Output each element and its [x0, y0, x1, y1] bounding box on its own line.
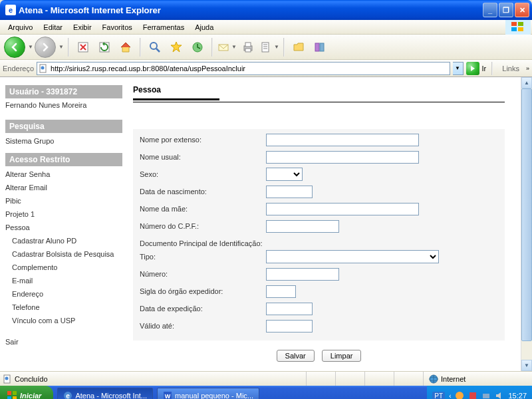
svg-rect-21	[7, 391, 11, 395]
main-panel: Pessoa Nome por extenso: Nome usual: Sex…	[122, 85, 515, 371]
label-data-exp: Data de expedição:	[140, 305, 266, 313]
title-underline-thin	[133, 102, 505, 102]
print-button[interactable]	[238, 37, 258, 57]
page-icon	[3, 374, 12, 384]
select-sexo[interactable]	[266, 168, 303, 181]
sidebar-endereco[interactable]: Endereço	[5, 287, 122, 301]
menu-editar[interactable]: Editar	[38, 22, 68, 33]
scroll-thumb[interactable]	[521, 88, 532, 341]
tray-chevron-icon[interactable]: ‹	[449, 392, 451, 400]
favorites-button[interactable]	[166, 37, 186, 57]
svg-rect-10	[245, 43, 251, 47]
folder-button[interactable]	[289, 37, 309, 57]
address-dropdown[interactable]: ▼	[453, 62, 464, 75]
sidebar-pibic[interactable]: Pibic	[5, 194, 122, 207]
input-sigla[interactable]	[266, 285, 296, 298]
minimize-button[interactable]: _	[483, 3, 497, 17]
svg-rect-11	[245, 49, 251, 52]
tray-volume-icon[interactable]	[495, 391, 504, 399]
internet-zone-icon	[429, 374, 438, 384]
label-nome-mae: Nome da mãe:	[140, 205, 266, 213]
scroll-up-button[interactable]: ▲	[521, 77, 532, 88]
sidebar-email[interactable]: E-mail	[5, 274, 122, 287]
user-header: Usuário - 3391872	[5, 85, 122, 98]
windows-flag-icon	[7, 390, 17, 399]
svg-rect-23	[7, 396, 11, 399]
label-numero: Número:	[140, 270, 266, 278]
sidebar-cadastrar-bolsista[interactable]: Cadastrar Bolsista de Pesquisa	[5, 247, 122, 261]
sidebar-telefone[interactable]: Telefone	[5, 301, 122, 314]
scroll-down-button[interactable]: ▼	[521, 360, 532, 371]
sidebar-pessoa[interactable]: Pessoa	[5, 221, 122, 234]
content-area: Usuário - 3391872 Fernando Nunes Moreira…	[0, 77, 532, 371]
menu-ajuda[interactable]: Ajuda	[190, 22, 219, 33]
select-tipo[interactable]	[266, 250, 439, 263]
forward-dropdown[interactable]: ▼	[59, 44, 64, 50]
input-nome-usual[interactable]	[266, 151, 419, 164]
input-data-exp[interactable]	[266, 303, 313, 315]
back-button[interactable]	[4, 37, 25, 58]
input-numero[interactable]	[266, 268, 339, 281]
stop-button[interactable]	[73, 37, 93, 57]
sidebar-cadastrar-aluno[interactable]: Cadastrar Aluno PD	[5, 234, 122, 247]
button-row: Salvar Limpar	[133, 350, 505, 362]
sidebar-vinculo[interactable]: Vínculo com a USP	[5, 314, 122, 327]
menu-ferramentas[interactable]: Ferramentas	[138, 22, 190, 33]
salvar-button[interactable]: Salvar	[277, 350, 315, 362]
forward-button[interactable]	[35, 37, 56, 58]
research-button[interactable]	[310, 37, 330, 57]
language-indicator[interactable]: PT	[432, 392, 445, 400]
sidebar-alterar-email[interactable]: Alterar Email	[5, 181, 122, 194]
svg-point-18	[5, 376, 9, 380]
sidebar-projeto1[interactable]: Projeto 1	[5, 207, 122, 221]
sidebar-alterar-senha[interactable]: Alterar Senha	[5, 168, 122, 181]
mail-button[interactable]: ▼	[217, 37, 237, 57]
svg-rect-22	[13, 391, 17, 395]
input-nome-mae[interactable]	[266, 203, 419, 215]
label-cpf: Número do C.P.F.:	[140, 222, 266, 230]
svg-rect-30	[469, 392, 476, 399]
input-valido-ate[interactable]	[266, 320, 313, 332]
edit-button[interactable]: ▼	[259, 37, 279, 57]
menu-exibir[interactable]: Exibir	[68, 22, 97, 33]
refresh-button[interactable]	[94, 37, 114, 57]
maximize-button[interactable]: ❐	[499, 3, 513, 17]
word-icon: W	[163, 391, 172, 399]
label-data-nasc: Data de nascimento:	[140, 188, 266, 196]
sidebar-complemento[interactable]: Complemento	[5, 261, 122, 274]
input-data-nasc[interactable]	[266, 186, 313, 198]
sidebar-sistema-grupo[interactable]: Sistema Grupo	[5, 134, 122, 148]
home-button[interactable]	[116, 37, 136, 57]
back-dropdown[interactable]: ▼	[28, 44, 33, 50]
sidebar-sair[interactable]: Sair	[5, 335, 122, 348]
label-sigla: Sigla do órgão expedidor:	[140, 287, 266, 295]
tray-icon-2[interactable]	[468, 391, 477, 399]
clock[interactable]: 15:27	[508, 392, 527, 399]
input-nome-extenso[interactable]	[266, 134, 419, 146]
links-chevron[interactable]: »	[526, 65, 529, 72]
address-input[interactable]	[51, 65, 448, 72]
address-input-container	[37, 62, 450, 75]
tray-icon-3[interactable]	[481, 391, 491, 399]
taskbar-item-manual[interactable]: W manual pequeno - Mic...	[157, 388, 259, 399]
start-button[interactable]: Iniciar	[0, 386, 53, 399]
input-cpf[interactable]	[266, 220, 339, 233]
vertical-scrollbar[interactable]: ▲ ▼	[521, 77, 532, 371]
taskbar-item-atena[interactable]: e Atena - Microsoft Int...	[57, 388, 153, 399]
search-button[interactable]	[145, 37, 165, 57]
history-button[interactable]	[188, 37, 207, 57]
go-button[interactable]	[466, 62, 479, 75]
taskbar: Iniciar e Atena - Microsoft Int... W man…	[0, 386, 532, 399]
close-button[interactable]: ✕	[515, 3, 529, 17]
links-label[interactable]: Links	[498, 65, 523, 72]
menu-arquivo[interactable]: Arquivo	[3, 22, 38, 33]
limpar-button[interactable]: Limpar	[322, 350, 362, 362]
ie-icon: e	[5, 5, 16, 15]
status-bar: Concluído Internet	[0, 371, 532, 386]
page-icon	[39, 64, 48, 73]
tray-icon-1[interactable]	[455, 391, 464, 399]
label-nome-usual: Nome usual:	[140, 153, 266, 161]
system-tray: PT ‹ 15:27	[427, 386, 532, 399]
form-area: Nome por extenso: Nome usual: Sexo: Data…	[133, 129, 505, 340]
menu-favoritos[interactable]: Favoritos	[97, 22, 138, 33]
